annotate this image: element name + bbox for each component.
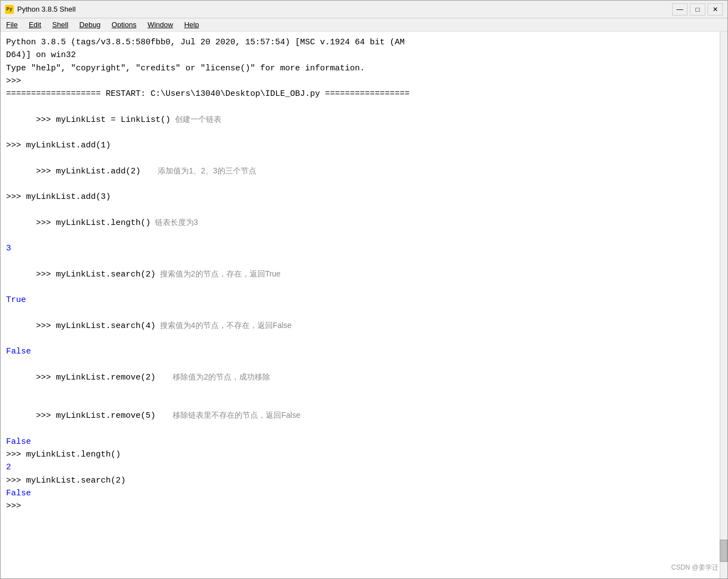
code-line-8: >>> myLinkList.remove(2) 移除值为2的节点，成功移除 [6, 358, 722, 397]
final-prompt: >>> [6, 500, 722, 513]
menu-item-window[interactable]: Window [144, 19, 176, 30]
scrollbar[interactable] [720, 32, 727, 578]
close-button[interactable]: ✕ [708, 3, 723, 16]
output-false-1: False [6, 345, 722, 358]
output-false-3: False [6, 487, 722, 500]
window-icon: Py [5, 5, 14, 14]
code-line-9: >>> myLinkList.remove(5) 移除链表里不存在的节点，返回F… [6, 397, 722, 435]
header-line-2: D64)] on win32 [6, 49, 722, 62]
header-line-3: Type "help", "copyright", "credits" or "… [6, 62, 722, 75]
restart-line: =================== RESTART: C:\Users\13… [6, 88, 722, 100]
menu-item-help[interactable]: Help [181, 19, 203, 30]
code-line-3: >>> myLinkList.add(2) 添加值为1、2、3的三个节点 [6, 152, 722, 191]
menu-item-file[interactable]: File [3, 19, 21, 30]
title-bar: Py Python 3.8.5 Shell — □ ✕ [1, 1, 727, 18]
shell-content[interactable]: Python 3.8.5 (tags/v3.8.5:580fbb0, Jul 2… [1, 32, 727, 578]
code-line-4: >>> myLinkList.add(3) [6, 191, 722, 203]
watermark: CSDN @姜学迁 [671, 562, 719, 573]
minimize-button[interactable]: — [672, 3, 688, 16]
output-2: 2 [6, 461, 722, 474]
window-title: Python 3.8.5 Shell [17, 5, 672, 13]
output-true-1: True [6, 294, 722, 306]
output-false-2: False [6, 435, 722, 448]
menu-item-shell[interactable]: Shell [49, 19, 71, 30]
code-line-10: >>> myLinkList.length() [6, 448, 722, 461]
main-window: Py Python 3.8.5 Shell — □ ✕ FileEditShel… [0, 0, 728, 579]
window-controls: — □ ✕ [672, 3, 723, 16]
code-line-7: >>> myLinkList.search(4) 搜索值为4的节点，不存在，返回… [6, 306, 722, 345]
maximize-button[interactable]: □ [690, 3, 705, 16]
code-line-1: >>> myLinkList = LinkList() 创建一个链表 [6, 100, 722, 139]
code-line-11: >>> myLinkList.search(2) [6, 474, 722, 487]
output-3: 3 [6, 242, 722, 255]
menu-item-edit[interactable]: Edit [25, 19, 44, 30]
header-line-1: Python 3.8.5 (tags/v3.8.5:580fbb0, Jul 2… [6, 36, 722, 49]
initial-prompt: >>> [6, 75, 722, 88]
code-line-5: >>> myLinkList.length() 链表长度为3 [6, 203, 722, 242]
menu-item-options[interactable]: Options [109, 19, 140, 30]
code-line-6: >>> myLinkList.search(2) 搜索值为2的节点，存在，返回T… [6, 255, 722, 294]
menu-bar: FileEditShellDebugOptionsWindowHelp [1, 18, 727, 32]
menu-item-debug[interactable]: Debug [76, 19, 104, 30]
code-line-2: >>> myLinkList.add(1) [6, 139, 722, 152]
scrollbar-thumb[interactable] [720, 540, 727, 562]
